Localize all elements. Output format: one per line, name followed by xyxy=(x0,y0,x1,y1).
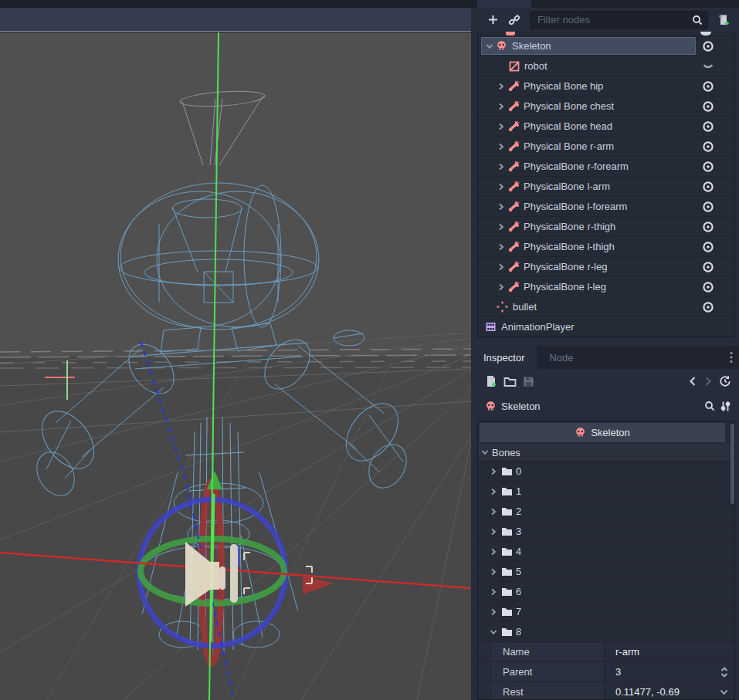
bone-folder-6[interactable]: 6 xyxy=(478,582,734,602)
visibility-eye-icon[interactable] xyxy=(702,261,714,273)
history-forward-icon[interactable] xyxy=(703,376,713,387)
filter-nodes-input[interactable] xyxy=(537,14,692,25)
visibility-eye-icon[interactable] xyxy=(702,100,714,113)
inspector-properties: Skeleton Bones 012345678 Namer-armParent… xyxy=(477,421,735,700)
tree-node-physical-bone-chest[interactable]: Physical Bone chest xyxy=(478,96,734,117)
script-add-icon xyxy=(717,14,730,26)
attach-script-button[interactable] xyxy=(714,11,733,29)
tree-node-physical-bone-hip[interactable]: Physical Bone hip xyxy=(478,76,734,96)
category-label: Bones xyxy=(492,447,520,458)
instance-scene-button[interactable] xyxy=(505,11,524,29)
expand-chevron-icon[interactable] xyxy=(496,143,507,150)
bone-folder-5[interactable]: 5 xyxy=(478,562,734,582)
tree-node-physicalbone-r-forearm[interactable]: PhysicalBone r-forearm xyxy=(478,157,734,177)
bone-folder-4[interactable]: 4 xyxy=(478,542,734,562)
node-label: bullet xyxy=(513,301,537,313)
expand-chevron-icon[interactable] xyxy=(489,608,498,616)
tree-node-animationplayer[interactable]: AnimationPlayer xyxy=(478,317,734,337)
bone-folder-3[interactable]: 3 xyxy=(478,522,734,542)
visibility-eye-icon[interactable] xyxy=(702,161,714,173)
expand-chevron-icon[interactable] xyxy=(489,468,498,475)
3d-viewport-canvas[interactable] xyxy=(0,32,471,700)
expand-chevron-icon[interactable] xyxy=(489,568,498,576)
tree-node-physicalbone-l-leg[interactable]: PhysicalBone l-leg xyxy=(478,277,734,297)
physical-bone-icon xyxy=(507,100,520,113)
viewport-toolbar xyxy=(0,8,471,32)
tab-node[interactable]: Node xyxy=(537,346,585,369)
add-node-button[interactable] xyxy=(483,11,502,29)
folder-icon xyxy=(501,566,513,577)
tree-node-robot[interactable]: robot xyxy=(478,56,734,76)
visibility-eye-icon[interactable] xyxy=(702,40,714,52)
bone-folder-2[interactable]: 2 xyxy=(478,502,734,522)
visibility-eye-icon[interactable] xyxy=(702,241,714,253)
value-dropdown-icon[interactable] xyxy=(720,689,728,695)
bone-folder-7[interactable]: 7 xyxy=(478,602,734,622)
tree-node-skeleton[interactable]: Skeleton xyxy=(478,36,734,56)
tree-node-physical-bone-r-arm[interactable]: Physical Bone r-arm xyxy=(478,137,734,157)
collapse-chevron-icon[interactable] xyxy=(489,628,498,636)
visibility-eye-icon[interactable] xyxy=(702,140,714,153)
property-value-name[interactable]: r-arm xyxy=(604,642,734,661)
tree-node-physicalbone-r-leg[interactable]: PhysicalBone r-leg xyxy=(478,257,734,277)
bone-index-label: 1 xyxy=(516,485,521,497)
property-value-rest[interactable]: 0.11477, -0.69 xyxy=(604,682,734,700)
node-label: Physical Bone r-arm xyxy=(524,140,614,152)
expand-chevron-icon[interactable] xyxy=(496,103,507,110)
property-row-rest: Rest0.11477, -0.69 xyxy=(478,682,734,700)
bone-folder-8[interactable]: 8 xyxy=(478,622,734,642)
tree-node-physicalbone-l-thigh[interactable]: PhysicalBone l-thigh xyxy=(478,237,734,257)
node-label: PhysicalBone l-forearm xyxy=(524,201,627,212)
visibility-eye-icon[interactable] xyxy=(702,120,714,133)
expand-chevron-icon[interactable] xyxy=(496,183,507,191)
value-spinner-icon[interactable] xyxy=(720,667,728,678)
collapse-chevron-icon[interactable] xyxy=(484,42,495,50)
tree-node-physicalbone-l-arm[interactable]: PhysicalBone l-arm xyxy=(478,177,734,197)
bone-folder-0[interactable]: 0 xyxy=(478,462,734,482)
expand-chevron-icon[interactable] xyxy=(496,203,507,211)
physical-bone-icon xyxy=(507,120,520,133)
expand-chevron-icon[interactable] xyxy=(496,163,507,171)
expand-chevron-icon[interactable] xyxy=(496,123,507,130)
property-row-name: Namer-arm xyxy=(478,642,734,662)
filter-nodes-box xyxy=(530,11,708,29)
expand-chevron-icon[interactable] xyxy=(496,223,507,231)
visibility-eye-icon[interactable] xyxy=(702,181,714,193)
tree-node-physicalbone-r-thigh[interactable]: PhysicalBone r-thigh xyxy=(478,217,734,237)
expand-chevron-icon[interactable] xyxy=(496,283,507,291)
physical-bone-icon xyxy=(507,140,520,153)
visibility-eye-icon[interactable] xyxy=(702,201,714,213)
expand-chevron-icon[interactable] xyxy=(496,263,507,271)
node-label: PhysicalBone r-leg xyxy=(524,261,607,272)
expand-chevron-icon[interactable] xyxy=(489,488,498,495)
visibility-eye-icon[interactable] xyxy=(702,80,714,93)
tab-inspector[interactable]: Inspector xyxy=(471,346,537,369)
expand-chevron-icon[interactable] xyxy=(489,548,498,556)
new-resource-icon[interactable] xyxy=(485,375,497,387)
load-resource-folder-icon[interactable] xyxy=(503,376,517,387)
tree-node-bullet[interactable]: bullet xyxy=(478,297,734,317)
expand-chevron-icon[interactable] xyxy=(489,508,498,516)
search-properties-icon[interactable] xyxy=(704,401,715,411)
open-instance-chevron-icon[interactable] xyxy=(702,60,714,73)
category-bones[interactable]: Bones xyxy=(478,444,734,462)
history-back-icon[interactable] xyxy=(688,376,697,387)
expand-chevron-icon[interactable] xyxy=(489,528,498,536)
tree-node-physical-bone-head[interactable]: Physical Bone head xyxy=(478,117,734,137)
expand-chevron-icon[interactable] xyxy=(496,243,507,251)
object-tools-icon[interactable] xyxy=(720,401,731,412)
expand-chevron-icon[interactable] xyxy=(489,588,498,596)
property-value-parent[interactable]: 3 xyxy=(604,662,734,681)
expand-chevron-icon[interactable] xyxy=(496,83,507,90)
visibility-eye-icon[interactable] xyxy=(702,281,714,293)
save-resource-icon[interactable] xyxy=(523,376,534,387)
scene-tab-stub[interactable] xyxy=(477,0,531,8)
history-icon[interactable] xyxy=(719,375,731,387)
visibility-eye-icon[interactable] xyxy=(702,221,714,233)
tree-node-physicalbone-l-forearm[interactable]: PhysicalBone l-forearm xyxy=(478,197,734,217)
inspector-header-label: Skeleton xyxy=(591,427,630,438)
dock-menu-icon[interactable] xyxy=(730,351,733,364)
bone-folder-1[interactable]: 1 xyxy=(478,482,734,502)
inspector-scrollbar[interactable] xyxy=(731,424,734,504)
visibility-eye-icon[interactable] xyxy=(702,301,714,313)
